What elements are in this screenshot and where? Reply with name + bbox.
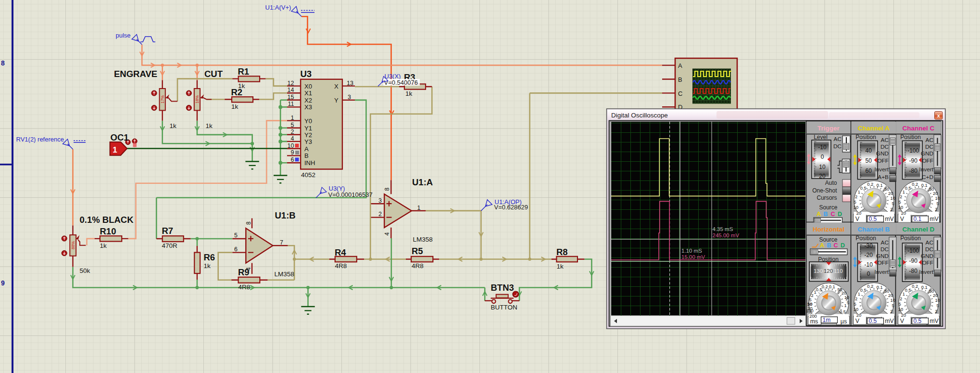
svg-text:1.10 mS: 1.10 mS <box>681 248 702 254</box>
svg-text:3: 3 <box>348 94 351 101</box>
svg-text:One-Shot: One-Shot <box>812 187 837 194</box>
svg-text:5: 5 <box>936 201 939 206</box>
svg-text:DC: DC <box>880 143 889 150</box>
svg-text:8: 8 <box>384 188 390 191</box>
svg-text:B: B <box>827 242 831 249</box>
svg-text:0.1: 0.1 <box>877 285 883 290</box>
svg-text:1m: 1m <box>823 317 831 323</box>
svg-text:20: 20 <box>901 313 906 318</box>
svg-text:-80: -80 <box>909 268 918 274</box>
svg-text:DC: DC <box>880 246 889 253</box>
svg-text:50: 50 <box>866 157 872 164</box>
svg-text:X3: X3 <box>304 103 312 111</box>
svg-text:9: 9 <box>1 279 5 287</box>
svg-text:4: 4 <box>384 232 390 236</box>
svg-text:50k: 50k <box>80 267 90 274</box>
svg-text:0.1: 0.1 <box>829 284 835 289</box>
svg-text:LM358: LM358 <box>413 236 433 243</box>
svg-text:10: 10 <box>854 205 858 210</box>
svg-text:20: 20 <box>819 173 826 180</box>
svg-text:A+B: A+B <box>878 174 889 180</box>
svg-text:6: 6 <box>291 156 294 163</box>
svg-text:Invert: Invert <box>874 269 889 275</box>
svg-text:mV: mV <box>885 216 894 222</box>
svg-text:20: 20 <box>856 313 861 318</box>
svg-text:11: 11 <box>288 101 294 107</box>
svg-text:Invert: Invert <box>919 269 933 275</box>
svg-text:0.5: 0.5 <box>860 288 867 293</box>
svg-text:Channel D: Channel D <box>903 226 935 233</box>
svg-text:U3: U3 <box>301 69 312 79</box>
svg-text:4R8: 4R8 <box>239 283 251 291</box>
svg-text:X1: X1 <box>304 90 312 97</box>
svg-text:1: 1 <box>113 145 117 154</box>
svg-text:Level: Level <box>814 134 828 141</box>
svg-text:x: x <box>937 113 941 118</box>
svg-text:R10: R10 <box>100 226 116 236</box>
svg-text:4.35 mS: 4.35 mS <box>713 226 733 232</box>
svg-text:12: 12 <box>288 80 294 87</box>
svg-text:2: 2 <box>378 211 382 218</box>
svg-text:R8: R8 <box>556 247 568 257</box>
svg-text:0.2: 0.2 <box>867 182 873 187</box>
svg-text:ENGRAVE: ENGRAVE <box>114 69 157 79</box>
svg-text:20: 20 <box>888 191 893 196</box>
svg-text:D: D <box>838 211 842 218</box>
svg-text:RV1(2) reference: RV1(2) reference <box>16 136 64 143</box>
svg-text:3: 3 <box>378 197 382 204</box>
svg-text:2: 2 <box>855 296 857 301</box>
svg-text:C: C <box>830 211 835 218</box>
svg-text:20: 20 <box>856 211 861 216</box>
svg-text:B: B <box>823 211 828 218</box>
svg-text:20: 20 <box>901 211 906 216</box>
svg-text:0.5: 0.5 <box>840 309 846 314</box>
svg-text:OFF: OFF <box>922 259 933 266</box>
svg-text:OC1: OC1 <box>111 132 129 142</box>
svg-text:1k: 1k <box>405 90 413 97</box>
svg-text:1: 1 <box>844 303 846 308</box>
svg-text:1k: 1k <box>204 262 211 270</box>
svg-text:-90: -90 <box>909 157 918 164</box>
svg-text:V=0.540076: V=0.540076 <box>384 79 418 86</box>
svg-text:AC: AC <box>881 239 889 246</box>
svg-text:Cursors: Cursors <box>817 194 837 201</box>
svg-text:Source: Source <box>819 204 837 211</box>
svg-text:A: A <box>820 242 824 249</box>
svg-text:A: A <box>678 62 682 69</box>
svg-text:U1:A: U1:A <box>412 177 433 187</box>
svg-text:10: 10 <box>898 205 903 210</box>
svg-text:ms: ms <box>810 318 818 325</box>
svg-text:60: 60 <box>866 167 872 174</box>
svg-text:U1:A(V+): U1:A(V+) <box>265 4 291 11</box>
svg-text:5: 5 <box>936 303 939 308</box>
svg-text:Invert: Invert <box>919 166 933 173</box>
svg-text:B: B <box>304 152 309 159</box>
svg-text:1: 1 <box>417 205 421 211</box>
svg-text:LM358: LM358 <box>275 270 294 278</box>
svg-text:R6: R6 <box>204 252 215 262</box>
svg-text:mV: mV <box>930 318 939 324</box>
svg-text:Channel C: Channel C <box>903 125 935 132</box>
svg-text:1k: 1k <box>238 82 245 90</box>
svg-text:D: D <box>841 242 845 249</box>
svg-text:2: 2 <box>855 194 857 199</box>
svg-text:1k: 1k <box>557 263 564 270</box>
svg-text:5: 5 <box>854 302 856 307</box>
svg-text:-100: -100 <box>907 147 919 154</box>
svg-text:V: V <box>900 318 905 324</box>
svg-text:4R8: 4R8 <box>412 262 424 270</box>
svg-text:0: 0 <box>821 154 824 160</box>
svg-text:Y2: Y2 <box>304 131 312 139</box>
svg-text:-90: -90 <box>909 257 918 264</box>
svg-text:V: V <box>900 216 905 222</box>
svg-text:V: V <box>855 318 860 324</box>
svg-text:-10: -10 <box>865 261 873 268</box>
svg-text:Y1: Y1 <box>304 125 312 132</box>
svg-text:40: 40 <box>866 147 872 154</box>
svg-text:88%: 88% <box>71 241 75 249</box>
svg-text:2: 2 <box>890 309 892 314</box>
svg-text:OFF: OFF <box>922 157 933 164</box>
svg-text:1k: 1k <box>100 242 107 249</box>
svg-text:4R8: 4R8 <box>335 262 347 270</box>
svg-text:120: 120 <box>824 268 833 274</box>
